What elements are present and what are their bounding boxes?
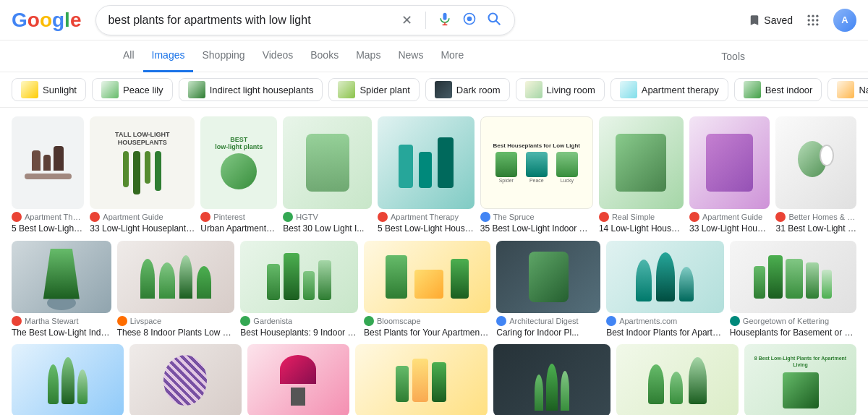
clear-button[interactable]: ✕ [398,12,415,29]
grid-item-2-7[interactable]: Georgetown of Kettering Houseplants for … [730,241,856,339]
grid-item-2-3[interactable]: Gardenista Best Houseplants: 9 Indoor Pl… [240,241,358,339]
apps-button[interactable] [801,9,825,32]
tab-news[interactable]: News [389,40,432,72]
source-desc-1-8: 33 Low-Light House... [689,223,770,235]
chip-thumb-living [525,81,542,98]
chip-thumb-apt [620,81,637,98]
grid-item-3-4[interactable]: CamdenLiving.com [355,344,488,415]
source-desc-1-9: 31 Best Low-Light Indo... [775,223,856,235]
image-grid: Apartment Therapy 5 Best Low-Light H... … [0,108,868,415]
grid-item-2-1[interactable]: Martha Stewart The Best Low-Light Indoor… [12,241,111,339]
grid-item-3-1[interactable]: House Beautiful [12,344,124,415]
mic-icon [438,12,452,28]
header: Google ✕ [0,0,868,40]
svg-point-7 [808,14,810,17]
image-thumb-1-7 [599,116,684,209]
source-desc-2-5: Caring for Indoor Pl... [496,328,600,339]
tab-videos[interactable]: Videos [254,40,302,72]
lens-button[interactable] [461,12,478,29]
grid-item-3-2[interactable]: Apartments.com [129,344,242,415]
image-thumb-1-4 [283,116,372,209]
svg-point-4 [467,17,472,22]
image-thumb-2-4 [364,241,490,313]
search-input[interactable] [108,14,398,27]
tab-books[interactable]: Books [302,40,347,72]
favicon-2-4 [364,316,374,326]
source-line-1-6: The Spruce [480,212,593,222]
grid-item-2-2[interactable]: Livspace These 8 Indoor Plants Low Light… [117,241,235,339]
source-name-2-7: Georgetown of Kettering [743,317,829,325]
chip-natural-light[interactable]: Natural light [827,78,868,101]
source-line-1-9: Better Homes & Gardens [775,212,856,222]
grid-item-2-6[interactable]: Apartments.com Best Indoor Plants for Ap… [606,241,724,339]
tab-tools[interactable]: Tools [712,40,754,72]
source-line-2-4: Bloomscape [364,316,490,326]
source-desc-2-4: Best Plants for Your Apartment | Bloo... [364,328,490,339]
image-thumb-1-2: TALL LOW-LIGHTHOUSEPLANTS [90,116,195,209]
source-name-1-3: Pinterest [213,213,244,221]
image-thumb-2-6 [606,241,724,313]
grid-item-3-3[interactable]: Reddit [247,344,349,415]
chip-thumb-spider [338,81,355,98]
tab-images[interactable]: Images [143,40,194,72]
svg-point-5 [489,14,498,22]
chip-thumb-natural [837,81,854,98]
source-line-2-7: Georgetown of Kettering [730,316,856,326]
user-avatar[interactable]: A [833,9,856,32]
voice-search-button[interactable] [436,12,454,29]
grid-item-1-1[interactable]: Apartment Therapy 5 Best Low-Light H... [12,116,84,235]
grid-item-1-2[interactable]: TALL LOW-LIGHTHOUSEPLANTS Apartment Guid… [90,116,195,235]
chip-indirect[interactable]: Indirect light houseplants [179,78,323,101]
grid-item-1-4[interactable]: HGTV Best 30 Low Light I... [283,116,372,235]
grid-item-2-5[interactable]: Architectural Digest Caring for Indoor P… [496,241,600,339]
svg-point-10 [808,19,810,21]
favicon-1-7 [599,212,609,222]
source-desc-1-5: 5 Best Low-Light Houseplants 202... [378,223,475,235]
chip-sunlight[interactable]: Sunlight [12,78,86,101]
grid-item-1-9[interactable]: Better Homes & Gardens 31 Best Low-Light… [775,116,856,235]
source-desc-1-3: Urban Apartments ... [200,223,277,235]
image-thumb-3-4 [355,344,488,415]
svg-point-14 [812,23,814,25]
google-logo[interactable]: Google [12,9,81,32]
chip-apartment-therapy[interactable]: Apartment therapy [610,78,728,101]
svg-point-13 [808,23,810,25]
favicon-2-7 [730,316,740,326]
chip-spider[interactable]: Spider plant [328,78,419,101]
source-name-1-4: HGTV [296,213,318,221]
tab-shopping[interactable]: Shopping [193,40,253,72]
favicon-2-1 [12,316,22,326]
grid-item-1-5[interactable]: Apartment Therapy 5 Best Low-Light House… [378,116,475,235]
svg-point-8 [812,14,814,17]
svg-point-12 [816,19,818,21]
grid-item-3-7[interactable]: 8 Best Low-Light Plants for Apartment Li… [744,344,856,415]
grid-item-3-6[interactable]: Reader's Digest [616,344,739,415]
tab-more[interactable]: More [432,40,472,72]
chip-best-indoor[interactable]: Best indoor [734,78,822,101]
search-icons: ✕ [398,12,503,29]
svg-line-6 [496,21,501,25]
grid-row-1: Apartment Therapy 5 Best Low-Light H... … [12,116,856,235]
source-line-2-3: Gardenista [240,316,358,326]
source-desc-2-2: These 8 Indoor Plants Low Light Are ... [117,328,235,339]
source-desc-1-2: 33 Low-Light Houseplants to Bring Yo... [90,223,195,235]
image-thumb-2-5 [496,241,600,313]
chip-living-room[interactable]: Living room [516,78,605,101]
tab-all[interactable]: All [114,40,143,72]
grid-item-1-7[interactable]: Real Simple 14 Low-Light Houseplants Th.… [599,116,684,235]
search-icon [487,12,501,28]
search-button[interactable] [485,12,503,29]
chip-peace-lily[interactable]: Peace lily [92,78,173,101]
grid-item-2-4[interactable]: Bloomscape Best Plants for Your Apartmen… [364,241,490,339]
tab-maps[interactable]: Maps [347,40,389,72]
source-name-1-2: Apartment Guide [103,213,163,221]
grid-item-1-6[interactable]: Best Houseplants for Low Light Spider Pe… [480,116,593,235]
image-thumb-3-1 [12,344,124,415]
grid-item-1-8[interactable]: Apartment Guide 33 Low-Light House... [689,116,770,235]
chip-dark-room[interactable]: Dark room [425,78,510,101]
search-bar: ✕ [95,5,515,35]
saved-button[interactable]: Saved [748,14,793,27]
grid-item-1-3[interactable]: BESTlow-light plants Pinterest Urban Apa… [200,116,277,235]
grid-item-3-5[interactable]: Plantura Magazin [493,344,610,415]
image-thumb-3-2 [129,344,242,415]
